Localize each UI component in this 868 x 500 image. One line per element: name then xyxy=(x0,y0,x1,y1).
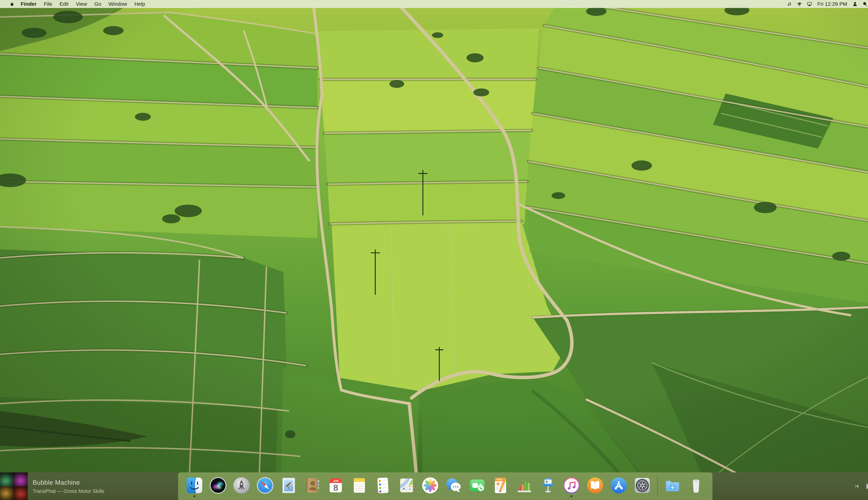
itunes-note-icon xyxy=(563,477,580,494)
dock: JUN 8 xyxy=(178,473,712,500)
dock-item-keynote[interactable]: KEYNOTE xyxy=(539,477,557,494)
dock-item-trash[interactable] xyxy=(687,477,705,494)
wifi-status[interactable] xyxy=(795,0,804,8)
ibooks-icon xyxy=(586,477,604,494)
dock-item-photos[interactable] xyxy=(422,477,439,494)
previous-track-button[interactable] xyxy=(854,484,859,489)
dock-item-notes[interactable] xyxy=(351,477,368,494)
previous-track-icon xyxy=(854,484,859,489)
calendar-icon: JUN 8 xyxy=(327,477,344,494)
calendar-month-label: JUN xyxy=(333,479,338,482)
menu-bar-left: Finder File Edit View Go Window Help xyxy=(7,0,149,8)
menu-bar-clock[interactable]: Fri 12:29 PM xyxy=(814,1,850,7)
now-playing-status[interactable] xyxy=(784,0,795,8)
trash-icon xyxy=(687,477,705,494)
siri-icon xyxy=(209,477,227,494)
launchpad-rocket-icon xyxy=(233,477,250,494)
music-note-icon xyxy=(787,1,792,7)
downloads-folder-icon xyxy=(664,477,681,494)
maps-icon: 3D xyxy=(398,477,415,494)
wallpaper-image xyxy=(0,0,868,500)
dock-item-ibooks[interactable] xyxy=(586,477,604,494)
dock-item-downloads[interactable] xyxy=(664,477,681,494)
menu-bar-status: Fri 12:29 PM xyxy=(784,0,868,8)
album-art-quadrant xyxy=(0,473,14,486)
now-playing-bar: Bubble Machine TransPhat — Gross Motor S… xyxy=(0,473,868,500)
play-icon xyxy=(865,482,868,490)
numbers-chart-icon xyxy=(516,477,533,494)
dock-item-calendar[interactable]: JUN 8 xyxy=(327,477,344,494)
search-icon xyxy=(862,1,868,7)
user-icon xyxy=(852,1,858,7)
dock-item-mail[interactable] xyxy=(280,477,297,494)
finder-icon xyxy=(186,477,203,494)
menu-go[interactable]: Go xyxy=(91,0,105,8)
track-title: Bubble Machine xyxy=(33,479,104,486)
spotlight-button[interactable] xyxy=(860,0,868,8)
airplay-icon xyxy=(807,1,812,7)
dock-item-reminders[interactable] xyxy=(374,477,392,494)
dock-item-itunes[interactable] xyxy=(563,477,580,494)
apple-logo-icon xyxy=(9,1,15,7)
dock-item-system-preferences[interactable] xyxy=(633,477,651,494)
dock-item-siri[interactable] xyxy=(209,477,227,494)
now-playing-info: Bubble Machine TransPhat — Gross Motor S… xyxy=(33,479,104,494)
maps-3d-label: 3D xyxy=(409,488,411,491)
gear-icon xyxy=(633,477,651,494)
facetime-camera-icon xyxy=(469,477,486,494)
pages-icon: PAGES xyxy=(492,477,510,494)
dock-item-messages[interactable] xyxy=(445,477,462,494)
dock-item-contacts[interactable] xyxy=(304,477,321,494)
album-art-quadrant xyxy=(14,486,28,500)
album-art xyxy=(0,473,28,500)
user-status[interactable] xyxy=(850,0,860,8)
pages-label: PAGES xyxy=(496,479,503,480)
play-button[interactable] xyxy=(865,482,868,490)
album-art-quadrant xyxy=(14,473,28,486)
dock-item-numbers[interactable] xyxy=(516,477,533,494)
dock-divider xyxy=(657,476,658,496)
menu-window[interactable]: Window xyxy=(105,0,131,8)
messages-bubble-icon xyxy=(445,477,462,494)
wifi-icon xyxy=(797,1,802,7)
menu-view[interactable]: View xyxy=(72,0,91,8)
contacts-book-icon xyxy=(304,477,321,494)
airplay-status[interactable] xyxy=(804,0,814,8)
notes-icon xyxy=(351,477,368,494)
dock-item-safari[interactable] xyxy=(256,477,274,494)
keynote-label: KEYNOTE xyxy=(546,479,550,480)
reminders-icon xyxy=(374,477,392,494)
dock-item-launchpad[interactable] xyxy=(233,477,250,494)
dock-item-maps[interactable]: 3D xyxy=(398,477,415,494)
mail-stamp-icon xyxy=(280,477,297,494)
album-art-quadrant xyxy=(0,486,14,500)
apple-menu[interactable] xyxy=(7,0,17,8)
menu-edit[interactable]: Edit xyxy=(56,0,72,8)
menu-file[interactable]: File xyxy=(40,0,56,8)
desktop: { "menu_bar": { "app_name": "Finder", "m… xyxy=(0,0,868,500)
app-store-icon xyxy=(610,477,627,494)
dock-item-finder[interactable] xyxy=(186,477,203,494)
menu-bar: Finder File Edit View Go Window Help xyxy=(0,0,868,8)
photos-flower-icon xyxy=(422,477,439,494)
safari-compass-icon xyxy=(256,477,274,494)
dock-item-appstore[interactable] xyxy=(610,477,627,494)
dock-item-facetime[interactable] xyxy=(469,477,486,494)
keynote-podium-icon: KEYNOTE xyxy=(539,477,557,494)
menu-app-name[interactable]: Finder xyxy=(17,0,40,8)
dock-item-pages[interactable]: PAGES xyxy=(492,477,510,494)
track-artist-album: TransPhat — Gross Motor Skills xyxy=(33,488,104,494)
calendar-day-label: 8 xyxy=(333,483,338,492)
playback-controls xyxy=(854,473,868,500)
menu-help[interactable]: Help xyxy=(131,0,149,8)
